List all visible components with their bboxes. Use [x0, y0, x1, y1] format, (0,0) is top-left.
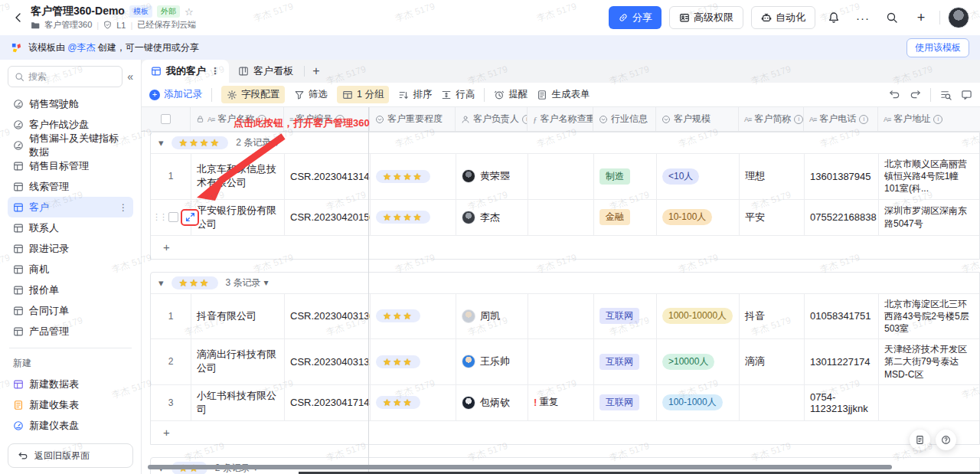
cell-industry[interactable]: 互联网 — [594, 339, 657, 384]
cell-phone[interactable]: 0754-1123213jjknk — [805, 385, 879, 420]
info-icon[interactable]: i — [859, 115, 868, 124]
info-icon[interactable]: i — [522, 115, 528, 124]
cell-owner[interactable]: 包炳钦 — [456, 385, 528, 420]
add-icon[interactable]: + — [910, 7, 932, 28]
cell-industry[interactable]: 制造 — [594, 154, 657, 199]
docs-helper-button[interactable] — [910, 430, 930, 450]
cell-importance[interactable]: ★★★★ — [371, 154, 456, 199]
cell-short-name[interactable] — [740, 385, 805, 420]
cell-phone[interactable]: 13011227174 — [805, 339, 879, 384]
share-button[interactable]: 分享 — [609, 6, 662, 29]
cell-short-name[interactable]: 平安 — [740, 200, 805, 235]
security-level[interactable]: L1 — [116, 21, 126, 30]
cell-name[interactable]: 北京车和家信息技术有限公司 — [191, 154, 285, 199]
mention-link[interactable]: @李杰 — [67, 42, 95, 53]
cell-phone[interactable]: 01058341751 — [805, 294, 879, 339]
cell-scale[interactable]: <10人 — [657, 154, 740, 199]
column-header-industry[interactable]: 行业信息 — [593, 107, 656, 131]
drag-handle-icon[interactable]: ⋮⋮ — [152, 212, 166, 222]
sidebar-item-new-form[interactable]: 新建收集表 — [8, 394, 133, 415]
add-record-button[interactable]: + 添加记录 — [149, 88, 202, 101]
remind-button[interactable]: 提醒 — [494, 88, 528, 101]
sidebar-item-sales-target[interactable]: 销售目标管理 — [8, 155, 133, 176]
info-icon[interactable]: i — [257, 115, 266, 124]
column-header-phone[interactable]: A≡ 客户电话 i — [804, 107, 878, 131]
sidebar-item-followups[interactable]: 跟进记录 — [8, 238, 133, 259]
notifications-bell-icon[interactable] — [823, 7, 844, 28]
cell-importance[interactable]: ★★★ — [371, 385, 456, 420]
search-input[interactable] — [28, 71, 90, 82]
column-header-scale[interactable]: 客户规模 — [656, 107, 739, 131]
cell-industry[interactable]: 金融 — [594, 200, 657, 235]
comment-icon[interactable] — [961, 89, 972, 100]
select-all-checkbox[interactable] — [161, 114, 171, 124]
cell-dup[interactable]: !重复 — [528, 385, 594, 420]
collapse-group-icon[interactable]: ▾ — [158, 137, 164, 149]
more-menu-icon[interactable]: ··· — [852, 7, 874, 28]
column-header-owner[interactable]: 客户负责人 i — [456, 107, 528, 131]
sidebar-item-quotes[interactable]: 报价单 — [8, 279, 133, 300]
back-button[interactable] — [8, 7, 29, 28]
sidebar-item-products[interactable]: 产品管理 — [8, 321, 133, 342]
cell-owner[interactable]: 李杰 — [456, 200, 528, 235]
column-header-dup[interactable]: ƒ 客户名称查重 — [528, 107, 593, 131]
cell-address[interactable]: 北京市海淀区北三环西路43号院2号楼5层503室 — [879, 294, 979, 339]
cell-name[interactable]: 小红书科技有限公司 — [191, 385, 285, 420]
advanced-permission-button[interactable]: 高级权限 — [669, 6, 743, 29]
expand-record-button[interactable] — [181, 209, 191, 226]
add-view-button[interactable]: + — [306, 61, 326, 81]
cell-address[interactable]: 深圳市罗湖区深南东路5047号 — [879, 200, 979, 235]
cell-short-name[interactable]: 滴滴 — [740, 339, 805, 384]
info-icon[interactable]: i — [794, 115, 803, 124]
cell-code[interactable]: CSR.20230413141 — [285, 154, 371, 199]
sidebar-item-leads[interactable]: 线索管理 — [8, 176, 133, 197]
cell-code[interactable]: CSR.20230403132 — [285, 339, 371, 384]
cell-code[interactable]: CSR.20230417145 — [285, 385, 371, 420]
cell-owner[interactable]: 周凯 — [456, 294, 528, 339]
group-record-count[interactable]: 3 条记录▾ — [226, 276, 269, 289]
tab-more-icon[interactable]: ⋮ — [211, 66, 220, 77]
search-records-icon[interactable] — [940, 89, 952, 100]
undo-icon[interactable] — [889, 89, 900, 100]
cell-name[interactable]: 滴滴出行科技有限公司 — [191, 339, 285, 384]
cell-owner[interactable]: 王乐帅 — [456, 339, 528, 384]
info-icon[interactable]: i — [933, 115, 942, 124]
collapse-sidebar-icon[interactable]: « — [127, 70, 133, 83]
automation-button[interactable]: 自动化 — [751, 6, 815, 29]
cell-phone[interactable]: 13601387945 — [805, 154, 879, 199]
cell-name[interactable]: 平安银行股份有限公司 — [191, 200, 285, 235]
sidebar-item-new-dashboard[interactable]: 新建仪表盘 — [8, 415, 133, 436]
cell-address[interactable]: 天津经济技术开发区第二大街79号泰达MSD-C区 — [879, 339, 979, 384]
sidebar-search[interactable] — [8, 66, 122, 87]
cell-address[interactable]: 北京市顺义区高丽营镇恒兴路4号院1幢101室(科... — [879, 154, 979, 199]
field-config-button[interactable]: 字段配置 — [221, 86, 285, 103]
cell-code[interactable]: CSR.20230420150 — [285, 200, 371, 235]
cell-industry[interactable]: 互联网 — [594, 294, 657, 339]
add-record-row[interactable]: + — [151, 421, 979, 444]
info-icon[interactable]: i — [335, 115, 345, 124]
tab-customer-board[interactable]: 客户看板 — [229, 60, 302, 83]
cell-scale[interactable]: >10000人 — [657, 339, 740, 384]
favorite-star-icon[interactable]: ☆ — [185, 6, 194, 18]
cell-scale[interactable]: 1000-10000人 — [657, 294, 740, 339]
sort-button[interactable]: 排序 — [398, 88, 432, 101]
group-record-count[interactable]: 2 条记录▾ — [236, 136, 279, 149]
search-icon[interactable] — [881, 7, 903, 28]
cell-phone[interactable]: 075522168838 — [805, 200, 879, 235]
cell-dup[interactable] — [528, 200, 594, 235]
breadcrumb[interactable]: 客户管理360 — [44, 19, 92, 31]
sidebar-item-contracts[interactable]: 合同订单 — [8, 300, 133, 321]
cell-short-name[interactable]: 抖音 — [740, 294, 805, 339]
cell-scale[interactable]: 10-100人 — [657, 200, 740, 235]
cell-importance[interactable]: ★★★ — [371, 294, 456, 339]
redo-icon[interactable] — [910, 89, 921, 100]
sidebar-item-customers[interactable]: 客户 ⋮ — [8, 197, 133, 217]
sidebar-item-new-datatable[interactable]: 新建数据表 — [8, 374, 133, 394]
cell-dup[interactable] — [528, 294, 594, 339]
back-to-old-version-button[interactable]: 返回旧版界面 — [8, 443, 133, 468]
sidebar-item-funnel-metrics[interactable]: 销售漏斗及关键指标数据 — [8, 135, 133, 155]
help-button[interactable] — [936, 430, 956, 450]
column-header-short-name[interactable]: A≡ 客户简称 i — [739, 107, 804, 131]
sidebar-item-contacts[interactable]: 联系人 — [8, 217, 133, 238]
cell-dup[interactable] — [528, 339, 594, 384]
